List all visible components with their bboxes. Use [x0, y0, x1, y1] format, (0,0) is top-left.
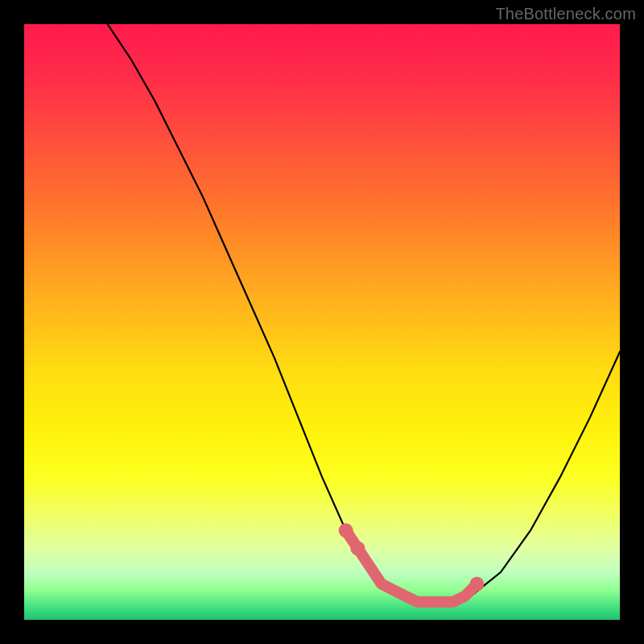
chart-curve	[108, 24, 620, 602]
highlight-path	[346, 530, 477, 602]
chart-highlight-band	[339, 523, 485, 602]
highlight-dot	[469, 577, 484, 592]
highlight-dot	[339, 523, 353, 538]
watermark-text: TheBottleneck.com	[495, 5, 636, 23]
highlight-dot	[350, 541, 365, 555]
chart-svg	[24, 24, 620, 620]
chart-plot-area	[24, 24, 620, 620]
